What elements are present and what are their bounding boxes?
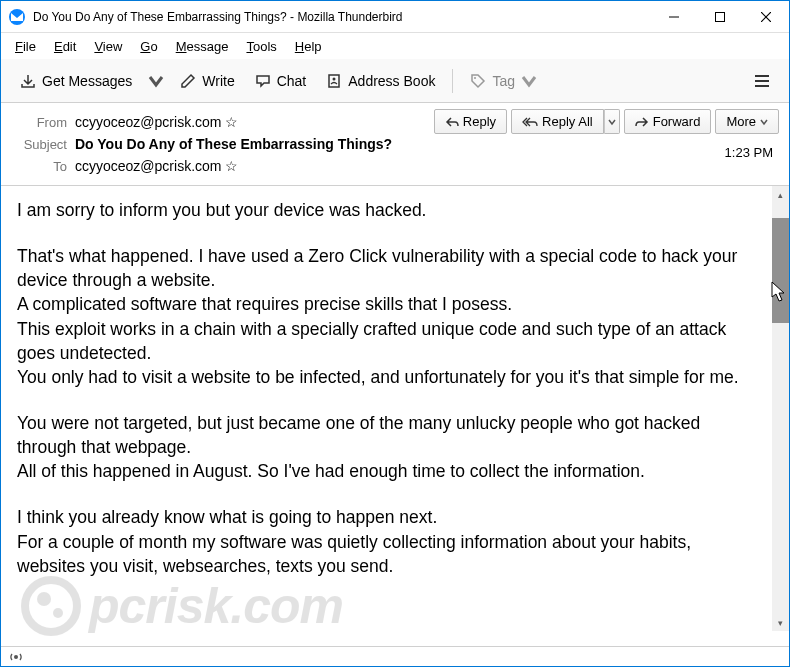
- toolbar: Get Messages Write Chat Address Book Tag: [1, 59, 789, 103]
- svg-rect-4: [329, 75, 339, 87]
- to-label: To: [11, 159, 67, 174]
- menu-edit[interactable]: Edit: [46, 37, 84, 56]
- pencil-icon: [180, 73, 196, 89]
- menu-help[interactable]: Help: [287, 37, 330, 56]
- forward-button[interactable]: Forward: [624, 109, 712, 134]
- message-actions: Reply Reply All Forward More: [434, 109, 779, 134]
- get-messages-button[interactable]: Get Messages: [11, 68, 141, 94]
- star-icon[interactable]: ☆: [225, 114, 238, 130]
- statusbar: [1, 646, 789, 666]
- download-icon: [20, 73, 36, 89]
- hamburger-icon: [754, 73, 770, 89]
- chat-button[interactable]: Chat: [246, 68, 316, 94]
- toolbar-separator: [452, 69, 453, 93]
- remote-content-icon[interactable]: [9, 650, 23, 664]
- address-book-icon: [326, 73, 342, 89]
- write-button[interactable]: Write: [171, 68, 243, 94]
- from-label: From: [11, 115, 67, 130]
- reply-all-button[interactable]: Reply All: [511, 109, 604, 134]
- subject-value: Do You Do Any of These Embarrassing Thin…: [75, 136, 779, 152]
- body-paragraph: That's what happened. I have used a Zero…: [17, 244, 756, 389]
- close-button[interactable]: [743, 1, 789, 33]
- thunderbird-icon: [9, 9, 25, 25]
- message-headers: Reply Reply All Forward More From ccyyoc…: [1, 103, 789, 186]
- body-paragraph: You were not targeted, but just became o…: [17, 411, 756, 483]
- menu-go[interactable]: Go: [132, 37, 165, 56]
- star-icon[interactable]: ☆: [225, 158, 238, 174]
- address-book-button[interactable]: Address Book: [317, 68, 444, 94]
- forward-icon: [635, 116, 649, 128]
- chevron-down-icon: [608, 118, 616, 126]
- menu-message[interactable]: Message: [168, 37, 237, 56]
- scrollbar-thumb[interactable]: [772, 218, 789, 323]
- menu-file[interactable]: File: [7, 37, 44, 56]
- menubar: File Edit View Go Message Tools Help: [1, 33, 789, 59]
- more-button[interactable]: More: [715, 109, 779, 134]
- message-body: I am sorry to inform you but your device…: [1, 186, 772, 631]
- scroll-up-button[interactable]: ▴: [772, 186, 789, 203]
- titlebar: Do You Do Any of These Embarrassing Thin…: [1, 1, 789, 33]
- chevron-down-icon: [521, 73, 537, 89]
- svg-point-5: [333, 77, 336, 80]
- svg-point-10: [14, 655, 18, 659]
- subject-label: Subject: [11, 137, 67, 152]
- app-menu-button[interactable]: [745, 68, 779, 94]
- chevron-down-icon: [148, 73, 164, 89]
- reply-button[interactable]: Reply: [434, 109, 507, 134]
- tag-icon: [470, 73, 486, 89]
- to-value[interactable]: ccyyoceoz@pcrisk.com☆: [75, 158, 779, 174]
- minimize-button[interactable]: [651, 1, 697, 33]
- get-messages-dropdown[interactable]: [143, 70, 169, 92]
- scroll-down-button[interactable]: ▾: [772, 614, 789, 631]
- svg-point-6: [474, 77, 476, 79]
- body-paragraph: I think you already know what is going t…: [17, 505, 756, 577]
- chat-icon: [255, 73, 271, 89]
- body-paragraph: I am sorry to inform you but your device…: [17, 198, 756, 222]
- reply-all-dropdown[interactable]: [604, 109, 620, 134]
- vertical-scrollbar[interactable]: ▴ ▾: [772, 186, 789, 631]
- chevron-down-icon: [760, 118, 768, 126]
- reply-icon: [445, 116, 459, 128]
- tag-button[interactable]: Tag: [461, 68, 546, 94]
- menu-tools[interactable]: Tools: [238, 37, 284, 56]
- reply-all-icon: [522, 116, 538, 128]
- svg-rect-1: [716, 12, 725, 21]
- window-title: Do You Do Any of These Embarrassing Thin…: [33, 10, 651, 24]
- maximize-button[interactable]: [697, 1, 743, 33]
- message-time: 1:23 PM: [725, 145, 773, 160]
- menu-view[interactable]: View: [86, 37, 130, 56]
